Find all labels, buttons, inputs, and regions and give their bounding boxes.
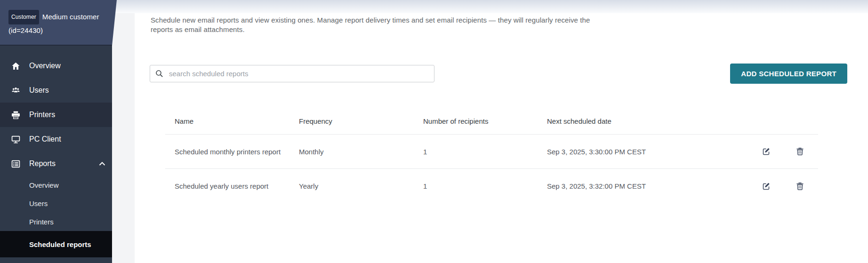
sidebar-subitem-reports-users[interactable]: Users <box>0 194 112 213</box>
report-list-icon <box>11 159 20 168</box>
row-actions <box>747 181 818 191</box>
report-next-date: Sep 3, 2025, 3:32:00 PM CEST <box>538 182 747 190</box>
sidebar-item-label: PC Client <box>29 135 61 143</box>
sidebar-subitem-label: Scheduled reports <box>29 240 91 248</box>
customer-type-badge: Customer <box>8 10 39 24</box>
column-header-next-date: Next scheduled date <box>538 117 747 125</box>
home-icon <box>11 62 20 71</box>
monitor-icon <box>11 135 20 144</box>
sidebar-nav: Overview Users <box>0 46 112 257</box>
users-icon <box>11 86 20 95</box>
main-area: Schedule new email reports and view exis… <box>112 0 868 263</box>
sidebar: CustomerMedium customer (id=24430) Overv… <box>0 0 112 263</box>
search-field-wrap <box>150 65 434 82</box>
report-name: Scheduled yearly users report <box>165 182 289 190</box>
search-input[interactable] <box>150 65 434 82</box>
sidebar-subitem-label: Overview <box>29 181 59 189</box>
printer-icon <box>11 111 20 120</box>
sidebar-item-label: Printers <box>29 111 55 119</box>
top-gradient-band <box>112 0 868 13</box>
sidebar-item-label: Reports <box>29 159 56 168</box>
column-header-frequency: Frequency <box>289 117 414 125</box>
table-header-row: Name Frequency Number of recipients Next… <box>165 108 818 135</box>
report-recipients: 1 <box>414 148 538 156</box>
report-frequency: Monthly <box>289 148 414 156</box>
report-frequency: Yearly <box>289 182 414 190</box>
sidebar-item-users[interactable]: Users <box>0 78 112 103</box>
edit-button[interactable] <box>761 146 772 157</box>
report-name: Scheduled monthly printers report <box>165 148 289 156</box>
report-next-date: Sep 3, 2025, 3:30:00 PM CEST <box>538 148 747 156</box>
content-card: Schedule new email reports and view exis… <box>135 13 868 263</box>
customer-name: Medium customer <box>42 13 99 21</box>
page-description: Schedule new email reports and view exis… <box>151 16 610 34</box>
column-header-recipients: Number of recipients <box>414 117 538 125</box>
scheduled-reports-table: Name Frequency Number of recipients Next… <box>165 108 818 203</box>
sidebar-subitem-scheduled-reports[interactable]: Scheduled reports <box>0 231 112 257</box>
sidebar-subitem-reports-printers[interactable]: Printers <box>0 213 112 231</box>
table-row: Scheduled yearly users report Yearly 1 S… <box>165 169 818 203</box>
sidebar-item-label: Users <box>29 86 49 95</box>
sidebar-item-printers[interactable]: Printers <box>0 103 112 127</box>
delete-button[interactable] <box>795 146 805 157</box>
customer-header: CustomerMedium customer (id=24430) <box>0 0 112 46</box>
sidebar-item-pc-client[interactable]: PC Client <box>0 127 112 151</box>
sidebar-item-overview[interactable]: Overview <box>0 54 112 78</box>
column-header-name: Name <box>165 117 289 125</box>
sidebar-subitem-label: Users <box>29 199 48 207</box>
add-scheduled-report-button[interactable]: ADD SCHEDULED REPORT <box>730 64 847 84</box>
sidebar-item-label: Overview <box>29 62 61 70</box>
sidebar-subitem-label: Printers <box>29 218 54 226</box>
customer-id: (id=24430) <box>8 24 105 37</box>
table-row: Scheduled monthly printers report Monthl… <box>165 135 818 169</box>
row-actions <box>747 146 818 157</box>
app-window: CustomerMedium customer (id=24430) Overv… <box>0 0 868 263</box>
sidebar-item-reports[interactable]: Reports <box>0 151 112 176</box>
delete-button[interactable] <box>795 181 805 191</box>
sidebar-subitem-reports-overview[interactable]: Overview <box>0 176 112 194</box>
chevron-up-icon <box>99 162 105 166</box>
edit-button[interactable] <box>761 181 772 191</box>
report-recipients: 1 <box>414 182 538 190</box>
